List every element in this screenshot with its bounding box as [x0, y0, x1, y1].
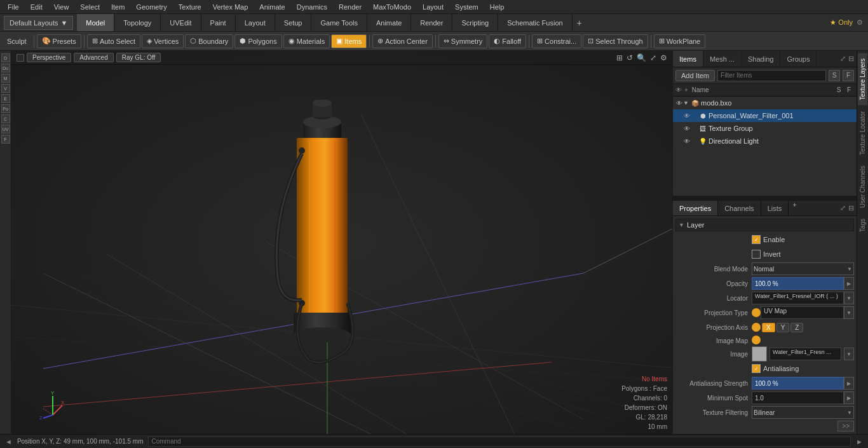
rside-tab-user-channels[interactable]: User Channels [858, 161, 867, 213]
menu-help[interactable]: Help [485, 2, 510, 12]
locator-input[interactable]: Water_Filter1_Fresnel_IOR ( ... ) [752, 292, 844, 304]
axis-x-button[interactable]: X [762, 323, 775, 332]
tab-topology[interactable]: Topology [114, 14, 161, 31]
layer-section-header[interactable]: ▼ Layer [675, 219, 854, 231]
menu-select[interactable]: Select [75, 2, 105, 12]
viewport-menu-icon[interactable] [17, 54, 24, 62]
tab-mesh[interactable]: Mesh ... [703, 51, 742, 67]
rside-tab-texture-locator[interactable]: Texture Locator [858, 106, 867, 160]
aa-strength-input[interactable]: 100.0 % [752, 377, 844, 390]
menu-vertex-map[interactable]: Vertex Map [208, 2, 254, 12]
panel-collapse-icon[interactable]: ⊟ [848, 55, 854, 63]
left-btn-3[interactable]: M [1, 74, 10, 83]
tab-render[interactable]: Render [411, 14, 452, 31]
enable-checkbox[interactable]: ✓ [752, 235, 761, 244]
tab-animate[interactable]: Animate [367, 14, 411, 31]
axis-y-button[interactable]: Y [776, 323, 790, 332]
rside-tab-texture-layers[interactable]: Texture Layers [858, 53, 867, 105]
vertices-button[interactable]: ◈ Vertices [142, 34, 184, 48]
items-button[interactable]: ▣ Items [331, 34, 367, 48]
presets-button[interactable]: 🎨 Presets [37, 34, 81, 48]
image-name-field[interactable]: Water_Filter1_Fresn ... [770, 348, 841, 360]
props-tab-add[interactable]: + [789, 201, 800, 215]
action-center-button[interactable]: ⊕ Action Center [372, 34, 433, 48]
antialiasing-checkbox[interactable]: ✓ [752, 364, 761, 373]
symmetry-button[interactable]: ⇔ Symmetry [438, 34, 488, 48]
props-collapse-icon[interactable]: ⊟ [848, 204, 854, 212]
min-spot-input[interactable]: 1.0 [752, 391, 844, 404]
tab-uvedit[interactable]: UVEdit [161, 14, 201, 31]
left-btn-5[interactable]: E [1, 94, 10, 103]
viewport-maximize-icon[interactable]: ⤢ [650, 53, 656, 62]
status-arrow-right[interactable]: ► [856, 438, 863, 445]
filter-items-input[interactable] [717, 70, 826, 81]
items-row-water-filter[interactable]: 👁 ⬢ Personal_Water_Filter_001 [673, 109, 857, 122]
opacity-arrow-btn[interactable]: ▶ [844, 277, 854, 290]
viewport-settings-icon[interactable]: ⚙ [660, 53, 667, 62]
left-btn-8[interactable]: UV [1, 125, 10, 133]
sculpt-button[interactable]: Sculpt [3, 34, 31, 48]
tab-setup[interactable]: Setup [275, 14, 312, 31]
items-vis-2[interactable]: 👁 [683, 112, 691, 119]
tab-groups[interactable]: Groups [780, 51, 817, 67]
blend-mode-select[interactable]: Normal ▼ [752, 262, 854, 275]
menu-animate[interactable]: Animate [254, 2, 290, 12]
menu-geometry[interactable]: Geometry [131, 2, 172, 12]
items-row-directional-light[interactable]: 👁 💡 Directional Light [673, 135, 857, 147]
falloff-button[interactable]: ◐ Falloff [489, 34, 526, 48]
menu-render[interactable]: Render [334, 2, 367, 12]
menu-texture[interactable]: Texture [173, 2, 207, 12]
tab-model[interactable]: Model [77, 14, 114, 31]
command-input[interactable] [148, 437, 851, 447]
items-expand-btn[interactable]: F [843, 70, 854, 81]
image-thumbnail[interactable] [752, 346, 767, 362]
tab-layout[interactable]: Layout [236, 14, 275, 31]
viewport-zoom-icon[interactable]: 🔍 [637, 53, 646, 62]
panel-expand-icon[interactable]: ⤢ [840, 55, 846, 63]
tab-schematic-fusion[interactable]: Schematic Fusion [498, 14, 572, 31]
viewport-perspective-btn[interactable]: Perspective [27, 53, 71, 62]
opacity-input[interactable]: 100.0 % [752, 277, 844, 290]
items-vis-3[interactable]: 👁 [683, 125, 691, 132]
layout-dropdown[interactable]: Default Layouts ▼ [4, 16, 73, 30]
menu-edit[interactable]: Edit [25, 2, 48, 12]
axis-z-button[interactable]: Z [790, 323, 803, 332]
menu-layout[interactable]: Layout [417, 2, 449, 12]
select-through-button[interactable]: ⊡ Select Through [583, 34, 648, 48]
rside-tab-tags[interactable]: Tags [858, 214, 867, 237]
left-btn-9[interactable]: F [1, 135, 10, 144]
props-expand-icon[interactable]: ⤢ [840, 204, 846, 212]
tab-items[interactable]: Items [673, 51, 703, 67]
items-vis-4[interactable]: 👁 [683, 138, 691, 145]
auto-select-button[interactable]: ⊞ Auto Select [87, 34, 140, 48]
menu-file[interactable]: File [3, 2, 24, 12]
items-vis-1[interactable]: 👁 [675, 100, 683, 107]
menu-item[interactable]: Item [106, 2, 130, 12]
props-tab-channels[interactable]: Channels [718, 201, 761, 215]
tab-game-tools[interactable]: Game Tools [311, 14, 367, 31]
left-btn-7[interactable]: C [1, 114, 10, 123]
left-btn-2[interactable]: Du [1, 64, 10, 72]
items-expand-1[interactable]: ▼ [683, 100, 691, 106]
menu-dynamics[interactable]: Dynamics [292, 2, 332, 12]
image-arrow-btn[interactable]: ▼ [844, 348, 854, 360]
constraints-button[interactable]: ⊞ Constrai... [532, 34, 581, 48]
status-arrow-left[interactable]: ◄ [5, 438, 12, 445]
add-item-button[interactable]: Add Item [675, 70, 715, 81]
menu-system[interactable]: System [450, 2, 484, 12]
tex-filtering-select[interactable]: Bilinear ▼ [752, 406, 854, 419]
left-btn-1[interactable]: D [1, 53, 10, 62]
tab-scripting[interactable]: Scripting [452, 14, 498, 31]
aa-strength-arrow-btn[interactable]: ▶ [844, 377, 854, 390]
left-btn-4[interactable]: V [1, 84, 10, 93]
items-collapse-btn[interactable]: S [829, 70, 840, 81]
polygons-button[interactable]: ⬢ Polygons [234, 34, 281, 48]
invert-checkbox[interactable] [752, 250, 761, 259]
tab-shading[interactable]: Shading [742, 51, 780, 67]
layout-settings-icon[interactable]: ⚙ [857, 18, 863, 27]
props-tab-lists[interactable]: Lists [761, 201, 789, 215]
boundary-button[interactable]: ⬡ Boundary [185, 34, 233, 48]
left-btn-6[interactable]: Po [1, 104, 10, 113]
tab-paint[interactable]: Paint [201, 14, 236, 31]
viewport[interactable]: Perspective Advanced Ray GL: Off ⊞ ↺ 🔍 ⤢… [11, 51, 672, 434]
